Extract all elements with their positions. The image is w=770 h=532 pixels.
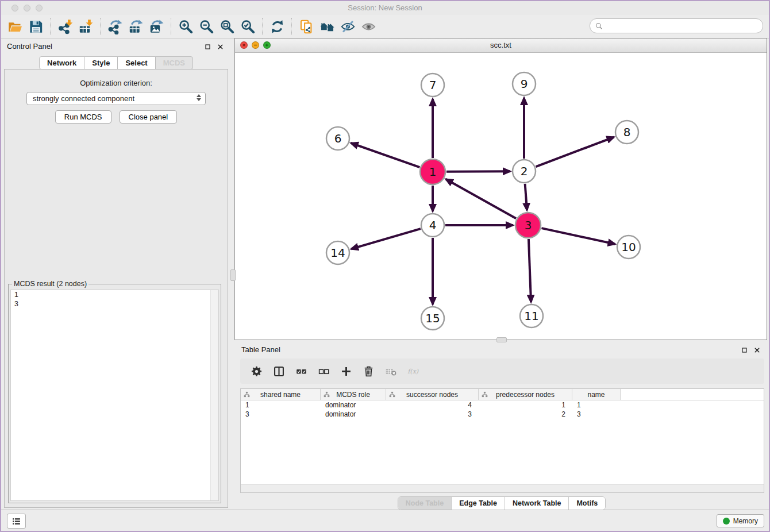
network-close-button[interactable]: [240, 41, 248, 49]
import-table-button[interactable]: [75, 17, 96, 36]
export-table-button[interactable]: [125, 17, 146, 36]
column-view-button[interactable]: [272, 365, 285, 377]
table-cell: 2: [479, 410, 572, 418]
table-cell: 4: [386, 401, 479, 409]
mcds-result-list[interactable]: 13: [10, 290, 219, 501]
run-mcds-button[interactable]: Run MCDS: [55, 110, 111, 124]
table-cell: 3: [572, 410, 621, 418]
export-network-button[interactable]: [105, 17, 125, 36]
delete-column-button[interactable]: [362, 365, 375, 377]
import-table-icon: [78, 19, 94, 34]
main-toolbar: [1, 15, 769, 38]
tab-style[interactable]: Style: [84, 56, 118, 70]
save-session-icon: [28, 19, 44, 34]
float-panel-icon[interactable]: [204, 43, 211, 51]
hide-selected-button[interactable]: [337, 17, 358, 36]
refresh-button[interactable]: [267, 17, 287, 36]
zoom-out-button[interactable]: [196, 17, 217, 36]
graph-node-9[interactable]: 9: [513, 72, 536, 95]
home-button[interactable]: [317, 17, 337, 36]
duplicate-network-button[interactable]: [296, 17, 317, 36]
settings-gear-button[interactable]: [250, 365, 263, 377]
result-scrollbar[interactable]: [210, 290, 218, 500]
criterion-select-value: strongly connected component: [33, 94, 134, 103]
table-cell: 3: [386, 410, 479, 418]
column-header-shared-name[interactable]: shared name: [241, 389, 321, 400]
graph-node-15[interactable]: 15: [421, 307, 444, 330]
column-tree-icon: [244, 391, 250, 398]
import-network-button[interactable]: [55, 17, 75, 36]
graph-node-7[interactable]: 7: [421, 74, 444, 97]
graph-node-3[interactable]: 3: [515, 213, 541, 238]
column-header-predecessor-nodes[interactable]: predecessor nodes: [479, 389, 572, 400]
table-horizontal-scrollbar[interactable]: [241, 484, 764, 492]
canvas-splitter-handle[interactable]: [496, 337, 507, 342]
open-session-button[interactable]: [5, 17, 25, 36]
column-tree-icon: [389, 391, 395, 398]
minimize-window-button[interactable]: [24, 5, 30, 11]
column-header-name[interactable]: name: [572, 389, 621, 400]
graph-edge-2-3[interactable]: [525, 184, 527, 210]
table-row[interactable]: 3dominator323: [241, 410, 764, 419]
close-panel-icon[interactable]: [753, 346, 761, 354]
zoom-window-button[interactable]: [36, 5, 43, 11]
graph-node-6[interactable]: 6: [326, 127, 349, 150]
graph-node-label: 15: [425, 311, 440, 325]
panel-splitter-handle[interactable]: [230, 269, 236, 281]
tab-motifs[interactable]: Motifs: [568, 497, 605, 510]
graph-node-11[interactable]: 11: [520, 304, 543, 327]
graph-edge-2-8[interactable]: [536, 137, 614, 167]
zoom-in-button[interactable]: [175, 17, 196, 36]
graph-edge-3-10[interactable]: [541, 228, 615, 244]
task-history-button[interactable]: [7, 514, 26, 529]
graph-edge-1-2[interactable]: [446, 171, 510, 172]
show-all-button[interactable]: [358, 17, 379, 36]
network-zoom-button[interactable]: [263, 41, 271, 49]
graph-node-10[interactable]: 10: [617, 236, 640, 259]
tab-network-table[interactable]: Network Table: [505, 497, 569, 510]
memory-button[interactable]: Memory: [717, 514, 764, 527]
mcds-result-fieldset: MCDS result (2 nodes) 13: [8, 284, 221, 503]
network-window-titlebar[interactable]: scc.txt: [235, 38, 767, 53]
graph-node-2[interactable]: 2: [513, 160, 536, 183]
tab-network[interactable]: Network: [39, 56, 84, 70]
table-cell: dominator: [321, 410, 386, 418]
tab-select[interactable]: Select: [117, 56, 155, 70]
graph-node-1[interactable]: 1: [420, 159, 445, 184]
table-toolbar: [240, 358, 764, 384]
search-input[interactable]: [603, 22, 763, 30]
close-panel-icon[interactable]: [217, 43, 224, 51]
graph-node-4[interactable]: 4: [421, 214, 444, 237]
control-panel-tabs: NetworkStyleSelectMCDS: [1, 56, 231, 70]
table-cell: 1: [479, 401, 572, 409]
graph-edge-4-14[interactable]: [351, 229, 421, 249]
criterion-select[interactable]: strongly connected component: [26, 92, 206, 105]
result-item[interactable]: 3: [11, 299, 218, 309]
graph-edge-3-11[interactable]: [529, 239, 531, 302]
add-column-button[interactable]: [340, 365, 352, 377]
graph-node-8[interactable]: 8: [615, 121, 638, 144]
zoom-selected-button[interactable]: [237, 17, 258, 36]
graph-node-14[interactable]: 14: [326, 241, 349, 264]
tab-edge-table[interactable]: Edge Table: [451, 497, 505, 510]
network-canvas[interactable]: 1234678910111415: [235, 52, 767, 340]
graph-edge-1-6[interactable]: [351, 143, 420, 167]
select-all-button[interactable]: [295, 365, 307, 377]
column-header-successor-nodes[interactable]: successor nodes: [386, 389, 479, 400]
close-panel-button[interactable]: Close panel: [120, 110, 178, 124]
export-image-button[interactable]: [146, 17, 167, 36]
column-header-MCDS-role[interactable]: MCDS role: [321, 389, 386, 400]
network-minimize-button[interactable]: [252, 41, 259, 49]
float-panel-icon[interactable]: [741, 346, 748, 354]
result-item[interactable]: 1: [11, 290, 218, 299]
graph-node-label: 2: [521, 164, 528, 178]
table-row[interactable]: 1dominator411: [241, 400, 764, 410]
search-icon: [595, 22, 603, 30]
graph-edge-3-1[interactable]: [446, 179, 516, 219]
deselect-all-button[interactable]: [317, 365, 330, 377]
app-title: Session: New Session: [348, 3, 422, 12]
save-session-button[interactable]: [25, 17, 46, 36]
zoom-fit-button[interactable]: [217, 17, 237, 36]
close-window-button[interactable]: [11, 5, 18, 11]
column-header-label: successor nodes: [406, 391, 458, 399]
